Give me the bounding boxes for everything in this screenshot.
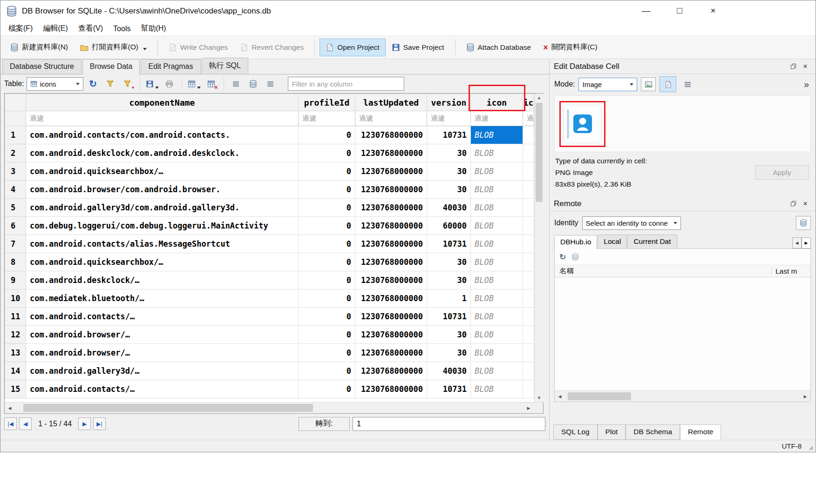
- cell-profileId[interactable]: 0: [299, 308, 355, 326]
- cell-profileId[interactable]: 0: [299, 126, 355, 144]
- horizontal-scroll-track[interactable]: [15, 403, 524, 413]
- cell-version[interactable]: 10731: [427, 308, 471, 326]
- cell-componentName[interactable]: com.android.deskclock/…: [26, 271, 299, 289]
- cell-lastUpdated[interactable]: 1230768000000: [355, 162, 427, 181]
- horizontal-scrollbar[interactable]: ◀ ▶: [5, 402, 543, 413]
- cell-version[interactable]: 30: [427, 162, 471, 181]
- row-number[interactable]: 12: [5, 326, 26, 344]
- insert-record-dropdown-icon[interactable]: [197, 87, 201, 89]
- cell-profileId[interactable]: 0: [299, 362, 355, 380]
- cell-componentName[interactable]: com.android.browser/…: [26, 344, 299, 362]
- cell-componentName[interactable]: com.android.quicksearchbox/…: [26, 253, 299, 271]
- first-record-button[interactable]: |◀: [4, 417, 17, 430]
- cell-icon[interactable]: BLOB: [471, 362, 523, 380]
- cell-lastUpdated[interactable]: 1230768000000: [355, 217, 427, 235]
- save-table-button[interactable]: [145, 77, 160, 91]
- cell-profileId[interactable]: 0: [299, 235, 355, 253]
- cell-profileId[interactable]: 0: [299, 271, 355, 289]
- scroll-right-icon[interactable]: ▶: [524, 403, 534, 413]
- cell-icon[interactable]: BLOB: [471, 144, 523, 162]
- font-settings-button[interactable]: [263, 77, 278, 91]
- vertical-scroll-thumb[interactable]: [536, 103, 543, 202]
- float-panel-button[interactable]: [787, 61, 799, 72]
- cell-version[interactable]: 10731: [427, 235, 471, 253]
- cell-componentName[interactable]: com.android.deskclock/com.android.deskcl…: [26, 144, 299, 162]
- row-number[interactable]: 13: [5, 344, 26, 362]
- save-filter-button[interactable]: •: [120, 77, 135, 91]
- text-view-toggle[interactable]: [660, 76, 676, 92]
- cell-version[interactable]: 1: [427, 289, 471, 308]
- save-table-dropdown-icon[interactable]: [155, 87, 159, 89]
- remote-horizontal-scrollbar[interactable]: ◀ ▶: [555, 390, 810, 402]
- tab-database-structure[interactable]: Database Structure: [2, 59, 82, 74]
- horizontal-scroll-thumb[interactable]: [23, 404, 313, 412]
- cell-version[interactable]: 40030: [427, 199, 471, 217]
- remote-upload-button[interactable]: [571, 253, 579, 261]
- cell-version[interactable]: 30: [427, 253, 471, 271]
- cell-partial[interactable]: [523, 344, 534, 362]
- tab-dbhub[interactable]: DBHub.io: [554, 235, 597, 249]
- row-number[interactable]: 8: [5, 253, 26, 271]
- row-number[interactable]: 10: [5, 289, 26, 308]
- apply-button[interactable]: Apply: [755, 165, 809, 180]
- toolbar-overflow-button[interactable]: »: [804, 79, 811, 90]
- cell-partial[interactable]: [523, 199, 534, 217]
- remote-refresh-button[interactable]: ↻: [559, 252, 566, 262]
- identity-select[interactable]: Select an identity to conne: [582, 216, 681, 230]
- vertical-scrollbar[interactable]: ▲ ▼: [534, 94, 544, 402]
- column-header-componentName[interactable]: componentName: [26, 94, 299, 111]
- previous-record-button[interactable]: ◀: [19, 417, 32, 430]
- filter-partial[interactable]: 過濾: [523, 111, 534, 126]
- cell-partial[interactable]: [523, 253, 534, 271]
- float-panel-button[interactable]: [787, 198, 799, 209]
- cell-partial[interactable]: [523, 235, 534, 253]
- row-number[interactable]: 6: [5, 217, 26, 235]
- corner-header[interactable]: [5, 94, 26, 111]
- resize-grip[interactable]: ◢: [809, 444, 813, 450]
- tab-browse-data[interactable]: Browse Data: [82, 59, 140, 74]
- tab-db-schema[interactable]: DB Schema: [626, 424, 680, 440]
- cell-icon[interactable]: BLOB: [471, 253, 523, 271]
- goto-button[interactable]: 轉到:: [299, 417, 350, 431]
- cell-componentName[interactable]: com.android.gallery3d/…: [26, 362, 299, 380]
- cell-version[interactable]: 60000: [427, 217, 471, 235]
- filter-profileId[interactable]: 過濾: [299, 111, 355, 126]
- global-filter-input[interactable]: [288, 77, 404, 91]
- column-header-version[interactable]: version: [427, 94, 471, 111]
- import-data-button[interactable]: [641, 77, 656, 91]
- cell-componentName[interactable]: com.android.browser/…: [26, 326, 299, 344]
- cell-componentName[interactable]: com.android.contacts/…: [26, 308, 299, 326]
- filter-componentName[interactable]: 過濾: [26, 111, 299, 126]
- cell-componentName[interactable]: com.android.contacts/alias.MessageShortc…: [26, 235, 299, 253]
- cell-lastUpdated[interactable]: 1230768000000: [355, 253, 427, 271]
- cell-profileId[interactable]: 0: [299, 217, 355, 235]
- cell-partial[interactable]: [523, 308, 534, 326]
- cell-icon[interactable]: BLOB: [471, 289, 523, 308]
- cell-partial[interactable]: [523, 181, 534, 199]
- encoding-indicator[interactable]: UTF-8: [782, 442, 802, 450]
- cell-icon[interactable]: BLOB: [471, 271, 523, 289]
- cell-version[interactable]: 30: [427, 181, 471, 199]
- cell-partial[interactable]: [523, 144, 534, 162]
- scroll-left-icon[interactable]: ◀: [555, 391, 565, 402]
- cell-componentName[interactable]: com.android.contacts/…: [26, 380, 299, 398]
- refresh-button[interactable]: ↻: [86, 77, 101, 91]
- goto-record-input[interactable]: [353, 417, 545, 431]
- column-header-lastUpdated[interactable]: lastUpdated: [355, 94, 427, 111]
- menu-edit[interactable]: 編輯(E): [38, 22, 73, 35]
- cell-profileId[interactable]: 0: [299, 181, 355, 199]
- cell-version[interactable]: 10731: [427, 126, 471, 144]
- cell-lastUpdated[interactable]: 1230768000000: [355, 380, 427, 398]
- cell-partial[interactable]: [523, 326, 534, 344]
- scroll-up-icon[interactable]: ▲: [535, 94, 544, 102]
- table-select[interactable]: icons: [27, 77, 83, 91]
- tab-scroll-right-button[interactable]: ▶: [802, 237, 811, 249]
- write-changes-button[interactable]: Write Changes: [163, 39, 234, 56]
- cell-version[interactable]: 30: [427, 271, 471, 289]
- cell-partial[interactable]: [523, 289, 534, 308]
- cell-icon[interactable]: BLOB: [471, 181, 523, 199]
- scroll-right-icon[interactable]: ▶: [800, 391, 810, 402]
- row-number[interactable]: 3: [5, 162, 26, 181]
- new-database-button[interactable]: 新建資料庫(N): [4, 38, 74, 57]
- cell-icon[interactable]: BLOB: [471, 235, 523, 253]
